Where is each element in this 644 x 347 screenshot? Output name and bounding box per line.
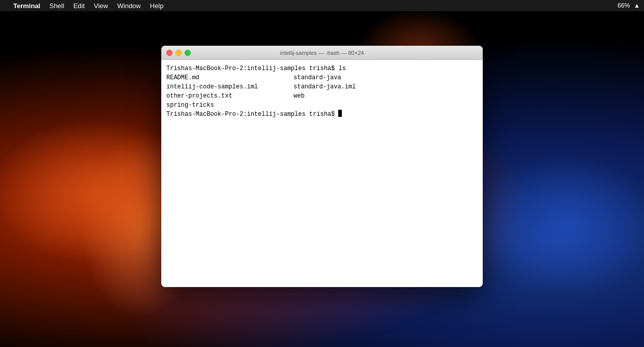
terminal-file-list: README.md standard-java intellij-code-sa… bbox=[166, 73, 478, 110]
menubar-right: 66% ▲ bbox=[618, 2, 640, 9]
terminal-space2 bbox=[335, 110, 338, 119]
terminal-title: intellij-samples — -bash — 80×24 bbox=[280, 50, 364, 56]
file-readme: README.md bbox=[166, 73, 294, 82]
file-intellij-iml: intellij-code-samples.iml bbox=[166, 82, 294, 91]
terminal-space bbox=[335, 64, 338, 73]
terminal-prompt2-line: Trishas-MacBook-Pro-2:intellij-samples t… bbox=[166, 110, 478, 119]
terminal-prompt-text: Trishas-MacBook-Pro-2:intellij-samples t… bbox=[166, 64, 335, 73]
menubar-item-window[interactable]: Window bbox=[113, 1, 145, 11]
menubar-item-help[interactable]: Help bbox=[146, 1, 168, 11]
terminal-cursor bbox=[338, 110, 342, 117]
menubar-items: Terminal Shell Edit View Window Help bbox=[9, 1, 168, 11]
menubar-app-name[interactable]: Terminal bbox=[9, 1, 44, 11]
maximize-button[interactable] bbox=[185, 50, 191, 56]
terminal-prompt-line: Trishas-MacBook-Pro-2:intellij-samples t… bbox=[166, 64, 478, 73]
menubar-item-edit[interactable]: Edit bbox=[69, 1, 89, 11]
minimize-button[interactable] bbox=[175, 50, 182, 56]
terminal-window: intellij-samples — -bash — 80×24 Trishas… bbox=[161, 46, 483, 287]
traffic-lights bbox=[166, 50, 191, 56]
terminal-command: ls bbox=[338, 64, 345, 73]
menubar-item-shell[interactable]: Shell bbox=[45, 1, 68, 11]
file-standard-java: standard-java bbox=[294, 73, 478, 82]
menubar-item-view[interactable]: View bbox=[90, 1, 112, 11]
file-col2-empty bbox=[294, 101, 478, 110]
file-spring-tricks: spring-tricks bbox=[166, 101, 294, 110]
terminal-prompt2-text: Trishas-MacBook-Pro-2:intellij-samples t… bbox=[166, 110, 335, 119]
file-web: web bbox=[294, 91, 478, 101]
file-standard-java-iml: standard-java.iml bbox=[294, 82, 478, 91]
close-button[interactable] bbox=[166, 50, 172, 56]
terminal-titlebar: intellij-samples — -bash — 80×24 bbox=[161, 46, 483, 60]
menubar-wifi-icon: ▲ bbox=[634, 2, 640, 9]
menubar-battery: 66% bbox=[618, 2, 630, 9]
menubar: Terminal Shell Edit View Window Help 66%… bbox=[0, 0, 644, 11]
file-other-projects: other-projects.txt bbox=[166, 91, 294, 101]
terminal-body[interactable]: Trishas-MacBook-Pro-2:intellij-samples t… bbox=[161, 60, 483, 287]
